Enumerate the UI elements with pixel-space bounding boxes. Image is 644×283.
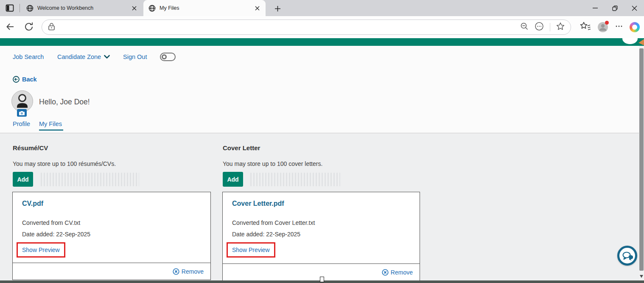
resume-file-card: CV.pdf Converted from CV.txt Date added:… [12,192,211,280]
tab-profile[interactable]: Profile [13,120,30,127]
file-date-added: Date added: 22-Sep-2025 [232,231,300,238]
lock-icon[interactable] [48,22,55,32]
collections-icon[interactable] [580,21,591,33]
theme-toggle[interactable] [160,53,176,61]
nav-job-search[interactable]: Job Search [13,53,44,60]
cover-file-card: Cover Letter.pdf Converted from Cover Le… [222,192,420,281]
active-tab-underline [39,129,63,131]
address-bar[interactable] [42,20,571,35]
settings-menu-icon[interactable] [615,22,623,32]
scrollbar-track[interactable] [639,46,644,283]
blurred-artifact [41,173,139,186]
minimize-button[interactable] [585,0,605,16]
toolbar-right [580,16,644,38]
remove-circle-icon [382,269,389,276]
new-tab-icon[interactable] [272,3,283,14]
camera-icon[interactable] [17,109,27,117]
person-silhouette-icon [12,91,33,112]
page-content: Job Search Candidate Zone Sign Out Back … [0,46,644,283]
nav-candidate-zone[interactable]: Candidate Zone [57,53,110,60]
greeting-text: Hello, Joe Doe! [39,98,90,106]
tab-strip: Welcome to Workbench My Files [0,0,644,16]
browser-toolbar [0,16,644,38]
url-field[interactable] [55,20,520,34]
site-brand-bar [0,38,644,46]
file-title: Cover Letter.pdf [232,200,284,207]
remove-label: Remove [182,268,204,275]
tab-my-files-active[interactable]: My Files [39,120,62,127]
restore-button[interactable] [605,0,624,16]
chevron-down-icon [104,55,110,59]
back-link[interactable]: Back [13,76,37,83]
window-controls [585,0,644,16]
browser-profile-avatar[interactable] [597,22,608,33]
close-tab-icon[interactable] [253,4,261,12]
blurred-artifact [250,173,340,186]
tab-actions-menu-icon[interactable] [5,3,14,13]
back-nav-icon[interactable] [5,22,16,33]
nav-sign-out[interactable]: Sign Out [123,53,147,60]
nav-candidate-zone-label: Candidate Zone [57,53,101,60]
tab-divider [20,4,20,12]
globe-icon [148,5,156,12]
toggle-knob [162,54,167,59]
annotation-red-box: Show Preview [227,242,275,258]
cover-heading: Cover Letter [223,144,260,151]
site-nav: Job Search Candidate Zone Sign Out [0,53,644,62]
cover-add-button[interactable]: Add [223,172,243,187]
card-footer: Remove [13,263,210,280]
tab-title: My Files [160,5,253,11]
chat-widget-button[interactable] [617,246,637,266]
close-tab-icon[interactable] [130,4,138,12]
tab-title: Welcome to Workbench [37,5,130,11]
browser-window: Welcome to Workbench My Files [0,0,644,283]
widget-notch [622,38,638,44]
notification-dot [605,21,609,25]
stray-cursor-glyph [320,277,324,282]
resume-add-button[interactable]: Add [13,172,33,187]
tab-my-files[interactable]: My Files [143,0,266,16]
chat-bubbles-icon [622,251,633,261]
file-converted-from: Converted from CV.txt [22,219,80,226]
file-date-added: Date added: 22-Sep-2025 [22,231,90,238]
back-label: Back [22,76,37,83]
remove-link[interactable]: Remove [173,268,204,275]
refresh-icon[interactable] [24,22,35,33]
file-title: CV.pdf [22,200,43,207]
remove-circle-icon [173,268,179,275]
cover-note: You may store up to 100 cover letters. [223,160,322,167]
show-preview-link[interactable]: Show Preview [22,247,60,253]
globe-icon [26,5,34,12]
copilot-icon[interactable] [630,22,640,32]
remove-link[interactable]: Remove [382,269,413,276]
circled-back-arrow-icon [13,76,20,83]
annotation-red-box: Show Preview [17,242,65,258]
logo-fragment [638,39,644,45]
show-preview-link[interactable]: Show Preview [232,247,270,253]
zoom-out-icon[interactable] [520,22,529,32]
tab-welcome-workbench[interactable]: Welcome to Workbench [21,0,143,16]
section-divider [0,133,644,133]
close-window-button[interactable] [624,0,644,16]
favorite-star-icon[interactable] [556,22,565,32]
resume-heading: Résumé/CV [13,144,48,151]
scrollbar-thumb[interactable] [639,48,644,271]
resume-note: You may store up to 100 résumés/CVs. [13,160,116,167]
file-converted-from: Converted from Cover Letter.txt [232,219,315,226]
address-divider [550,23,550,31]
extensions-ellipsis-icon[interactable] [535,22,544,33]
scrollbar-down-arrow-icon[interactable] [640,275,643,278]
remove-label: Remove [391,269,413,276]
